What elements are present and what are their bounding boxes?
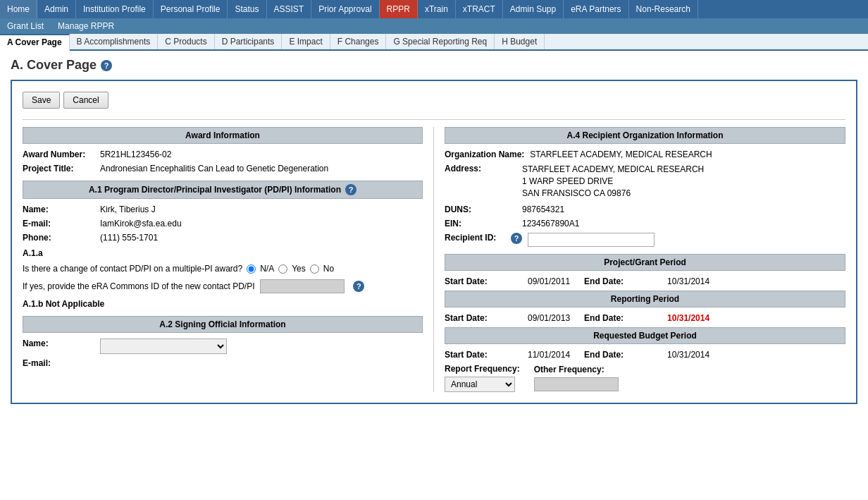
second-navigation: Grant List Manage RPPR [0,18,868,34]
nav-manage-rppr[interactable]: Manage RPPR [51,18,121,34]
so-name-select[interactable] [100,339,227,354]
duns-value: 987654321 [522,205,845,214]
pdpi-phone-value: (111) 555-1701 [100,233,423,243]
report-frequency-row: Report Frequency: Annual Semi-Annual Qua… [445,364,845,392]
recipient-id-label: Recipient ID: [445,233,508,243]
project-grant-period-header: Project/Grant Period [445,254,845,271]
tab-f-changes[interactable]: F Changes [330,34,387,49]
nav-home[interactable]: Home [0,0,37,18]
a1a-label: A.1.a [23,248,423,258]
form-container: Save Cancel Award Information Award Numb… [11,80,857,404]
nav-xtract[interactable]: xTRACT [456,0,503,18]
nav-grant-list[interactable]: Grant List [0,18,51,34]
page-title-help-icon[interactable]: ? [101,60,112,71]
pdpi-name-label: Name: [23,205,100,214]
pdpi-email-row: E-mail: IamKirok@sfa.ea.edu [23,219,423,228]
project-start-date-value: 09/01/2011 [528,276,570,286]
nav-prior-approval[interactable]: Prior Approval [311,0,379,18]
project-start-date-label: Start Date: [445,276,522,286]
reporting-start-date-value: 09/01/2013 [528,313,570,323]
nav-xtrain[interactable]: xTrain [418,0,456,18]
nav-era-partners[interactable]: eRA Partners [564,0,628,18]
project-title-row: Project Title: Andronesian Encephalitis … [23,164,423,173]
tab-g-special-reporting[interactable]: G Special Reporting Req [386,34,495,49]
so-email-label: E-mail: [23,358,100,368]
pdpi-info-header: A.1 Program Director/Principal Investiga… [23,181,423,199]
address-value: STARFLEET ACADEMY, MEDICAL RESEARCH 1 WA… [522,164,845,199]
reporting-end-date-item: End Date: 10/31/2014 [584,313,709,323]
nav-institution-profile[interactable]: Institution Profile [76,0,154,18]
era-label: If yes, provide the eRA Commons ID of th… [23,281,254,291]
recipient-id-row: Recipient ID: ? [445,233,845,247]
nav-admin-supp[interactable]: Admin Supp [503,0,564,18]
right-column: A.4 Recipient Organization Information O… [434,127,845,392]
tab-b-accomplishments[interactable]: B Accomplishments [70,34,159,49]
radio-no-label: No [323,264,334,274]
org-name-row: Organization Name: STARFLEET ACADEMY, ME… [445,150,845,159]
tab-d-participants[interactable]: D Participants [215,34,283,49]
duns-row: DUNS: 987654321 [445,205,845,214]
radio-na-label: N/A [260,264,274,274]
address-label: Address: [445,164,522,173]
nav-assist[interactable]: ASSIST [267,0,312,18]
nav-non-research[interactable]: Non-Research [629,0,698,18]
pdpi-name-value: Kirk, Tiberius J [100,205,423,214]
so-name-label: Name: [23,339,100,348]
nav-status[interactable]: Status [228,0,266,18]
budget-end-date-label: End Date: [584,350,662,360]
other-frequency-item: Other Frequency: [534,365,619,391]
cancel-button[interactable]: Cancel [63,92,108,109]
reporting-period-row: Start Date: 09/01/2013 End Date: 10/31/2… [445,313,845,323]
report-frequency-select[interactable]: Annual Semi-Annual Quarterly [445,377,515,392]
reporting-start-date-item: Start Date: 09/01/2013 [445,313,570,323]
other-frequency-input[interactable] [534,377,619,391]
pdpi-phone-label: Phone: [23,233,100,243]
nav-personal-profile[interactable]: Personal Profile [154,0,228,18]
radio-yes[interactable] [278,264,287,274]
pdpi-phone-row: Phone: (111) 555-1701 [23,233,423,243]
reporting-end-date-value: 10/31/2014 [667,313,709,323]
pdpi-name-row: Name: Kirk, Tiberius J [23,205,423,214]
tab-e-impact[interactable]: E Impact [282,34,330,49]
nav-admin[interactable]: Admin [37,0,76,18]
award-number-label: Award Number: [23,150,100,159]
reporting-start-date-label: Start Date: [445,313,522,323]
page-title-text: A. Cover Page [11,58,97,73]
so-name-field [100,339,423,354]
tab-a-cover-page[interactable]: A Cover Page [0,34,70,51]
report-frequency-label: Report Frequency: [445,364,520,374]
page-content: A. Cover Page ? Save Cancel Award Inform… [0,51,868,411]
budget-start-date-label: Start Date: [445,350,522,360]
duns-label: DUNS: [445,205,522,214]
top-navigation: Home Admin Institution Profile Personal … [0,0,868,18]
radio-yes-label: Yes [292,264,306,274]
nav-rppr[interactable]: RPPR [380,0,418,18]
recipient-org-header: A.4 Recipient Organization Information [445,127,845,144]
reporting-end-date-label: End Date: [584,313,662,323]
pdpi-help-icon[interactable]: ? [345,184,356,195]
radio-na[interactable] [247,264,256,274]
ein-row: EIN: 1234567890A1 [445,219,845,228]
recipient-id-input[interactable] [528,233,655,247]
left-column: Award Information Award Number: 5R21HL12… [23,127,434,392]
page-title-area: A. Cover Page ? [11,58,857,73]
radio-no[interactable] [310,264,319,274]
save-button[interactable]: Save [23,92,60,109]
recipient-id-help-icon[interactable]: ? [511,233,522,244]
era-help-icon[interactable]: ? [353,281,364,292]
project-end-date-item: End Date: 10/31/2014 [584,276,709,286]
signing-official-header: A.2 Signing Official Information [23,316,423,333]
change-pdpi-question: Is there a change of contact PD/PI on a … [23,264,242,274]
main-two-col: Award Information Award Number: 5R21HL12… [23,127,845,392]
tab-h-budget[interactable]: H Budget [495,34,545,49]
tab-c-products[interactable]: C Products [158,34,214,49]
era-commons-id-input[interactable] [260,279,345,293]
era-row: If yes, provide the eRA Commons ID of th… [23,279,423,293]
project-grant-period-row: Start Date: 09/01/2011 End Date: 10/31/2… [445,276,845,286]
button-row: Save Cancel [23,92,845,109]
change-pdpi-question-row: Is there a change of contact PD/PI on a … [23,264,423,274]
budget-end-date-value: 10/31/2014 [667,350,709,360]
project-start-date-item: Start Date: 09/01/2011 [445,276,570,286]
address-row: Address: STARFLEET ACADEMY, MEDICAL RESE… [445,164,845,199]
tab-navigation: A Cover Page B Accomplishments C Product… [0,34,868,51]
